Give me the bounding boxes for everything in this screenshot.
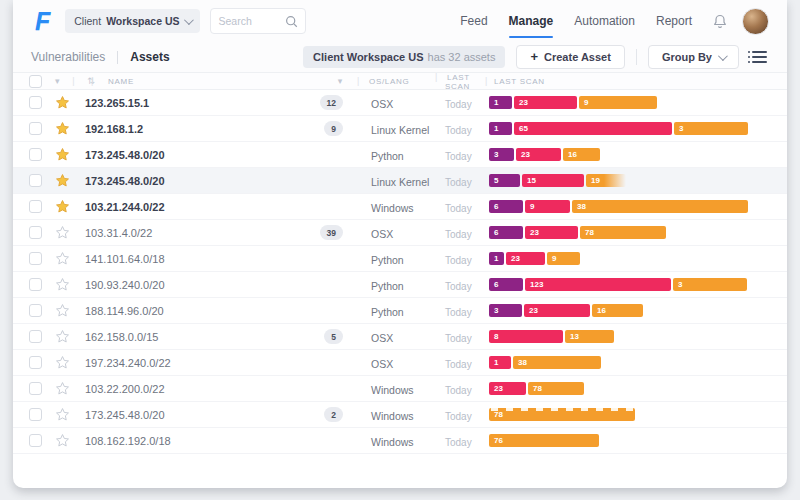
nav-feed[interactable]: Feed [460,10,487,32]
severity-segment-orange: 78 [580,226,666,239]
asset-name[interactable]: 108.162.192.0/18 [85,435,171,447]
severity-segment-pink: 23 [514,96,577,109]
last-scan-value: Today [445,151,472,162]
star-outline-icon[interactable] [55,433,70,448]
severity-segment-orange: 76 [489,434,599,447]
table-row[interactable]: 173.245.48.0/202WindowsToday78 [13,402,787,428]
asset-name[interactable]: 141.101.64.0/18 [85,253,165,265]
row-checkbox[interactable] [29,434,42,447]
table-row[interactable]: 173.245.48.0/20PythonToday32316 [13,142,787,168]
asset-os: OSX [371,358,393,370]
chevron-down-icon[interactable]: ▾ [55,76,60,86]
table-row[interactable]: 173.245.48.0/20Linux KernelToday51519 [13,168,787,194]
sub-bar: VulnerabilitiesAssets Client Workspace U… [13,42,787,72]
bell-icon[interactable] [712,13,728,30]
star-outline-icon[interactable] [55,355,70,370]
asset-name[interactable]: 173.245.48.0/20 [85,149,165,161]
row-checkbox[interactable] [29,304,42,317]
row-checkbox[interactable] [29,330,42,343]
nav-report[interactable]: Report [656,10,692,32]
header-last-scan-2[interactable]: LAST SCAN [494,77,545,86]
severity-segment-pink: 8 [489,330,563,343]
table-header: ▾ | ⇅ | NAME ▾ | OS/LANG | LAST SCAN | L… [13,72,787,90]
chevron-down-icon[interactable]: ▾ [338,76,343,86]
severity-segment-purple: 6 [489,226,523,239]
star-outline-icon[interactable] [55,407,70,422]
star-outline-icon[interactable] [55,251,70,266]
asset-name[interactable]: 173.245.48.0/20 [85,409,165,421]
page-tabs: VulnerabilitiesAssets [31,50,170,64]
header-last-scan[interactable]: LAST SCAN [445,73,470,91]
workspace-assets-badge-name: Client Workspace US [313,51,423,63]
row-checkbox[interactable] [29,408,42,421]
select-all-checkbox[interactable] [29,75,42,88]
asset-name[interactable]: 103.22.200.0/22 [85,383,165,395]
star-filled-icon[interactable] [55,121,70,136]
asset-name[interactable]: 197.234.240.0/22 [85,357,171,369]
row-checkbox[interactable] [29,382,42,395]
top-bar: F Client Workspace US Search FeedManageA… [13,0,787,42]
asset-name[interactable]: 173.245.48.0/20 [85,175,165,187]
row-checkbox[interactable] [29,200,42,213]
asset-name[interactable]: 190.93.240.0/20 [85,279,165,291]
row-checkbox[interactable] [29,174,42,187]
star-outline-icon[interactable] [55,225,70,240]
table-row[interactable]: 123.265.15.112OSXToday1239 [13,90,787,116]
tab-divider [117,51,118,64]
asset-name[interactable]: 103.31.4.0/22 [85,227,152,239]
star-filled-icon[interactable] [55,199,70,214]
group-by-label: Group By [662,51,712,63]
asset-os: OSX [371,98,393,110]
header-os-lang[interactable]: OS/LANG [369,77,409,86]
row-checkbox[interactable] [29,356,42,369]
row-checkbox[interactable] [29,148,42,161]
table-row[interactable]: 103.22.200.0/22WindowsToday2378 [13,376,787,402]
severity-bar: 1239 [489,252,771,265]
severity-segment-purple: 6 [489,278,523,291]
search-input[interactable]: Search [210,8,306,34]
nav-automation[interactable]: Automation [574,10,635,32]
table-row[interactable]: 192.168.1.29Linux KernelToday1653 [13,116,787,142]
star-outline-icon[interactable] [55,277,70,292]
table-row[interactable]: 103.21.244.0/22WindowsToday6938 [13,194,787,220]
nav-manage[interactable]: Manage [509,10,554,32]
table-row[interactable]: 108.162.192.0/18WindowsToday76 [13,428,787,454]
tab-assets[interactable]: Assets [130,50,169,64]
star-filled-icon[interactable] [55,147,70,162]
table-row[interactable]: 190.93.240.0/20PythonToday61233 [13,272,787,298]
last-scan-value: Today [445,255,472,266]
table-row[interactable]: 197.234.240.0/22OSXToday138 [13,350,787,376]
star-outline-icon[interactable] [55,329,70,344]
table-row[interactable]: 162.158.0.0/155OSXToday813 [13,324,787,350]
workspace-selector[interactable]: Client Workspace US [65,9,200,33]
asset-name[interactable]: 192.168.1.2 [85,123,143,135]
tab-vulnerabilities[interactable]: Vulnerabilities [31,50,105,64]
row-checkbox[interactable] [29,122,42,135]
asset-name[interactable]: 123.265.15.1 [85,97,149,109]
row-checkbox[interactable] [29,278,42,291]
asset-name[interactable]: 162.158.0.0/15 [85,331,158,343]
severity-segment-orange: 78 [489,408,635,421]
star-outline-icon[interactable] [55,381,70,396]
user-avatar[interactable] [742,8,769,35]
row-checkbox[interactable] [29,96,42,109]
row-checkbox[interactable] [29,226,42,239]
table-row[interactable]: 103.31.4.0/2239OSXToday62378 [13,220,787,246]
list-view-icon[interactable] [750,49,769,65]
create-asset-button[interactable]: + Create Asset [516,45,624,69]
asset-name[interactable]: 103.21.244.0/22 [85,201,165,213]
star-filled-icon[interactable] [55,173,70,188]
star-outline-icon[interactable] [55,303,70,318]
asset-name[interactable]: 188.114.96.0/20 [85,305,164,317]
table-row[interactable]: 188.114.96.0/20PythonToday32316 [13,298,787,324]
table-row[interactable]: 141.101.64.0/18PythonToday1239 [13,246,787,272]
severity-bar: 2378 [489,382,771,395]
star-filled-icon[interactable] [55,95,70,110]
header-name[interactable]: NAME [108,77,134,86]
severity-segment-pink: 23 [516,148,561,161]
asset-os: Python [371,254,404,266]
last-scan-value: Today [445,99,472,110]
severity-segment-orange: 19 [586,174,626,187]
row-checkbox[interactable] [29,252,42,265]
group-by-button[interactable]: Group By [648,45,739,69]
